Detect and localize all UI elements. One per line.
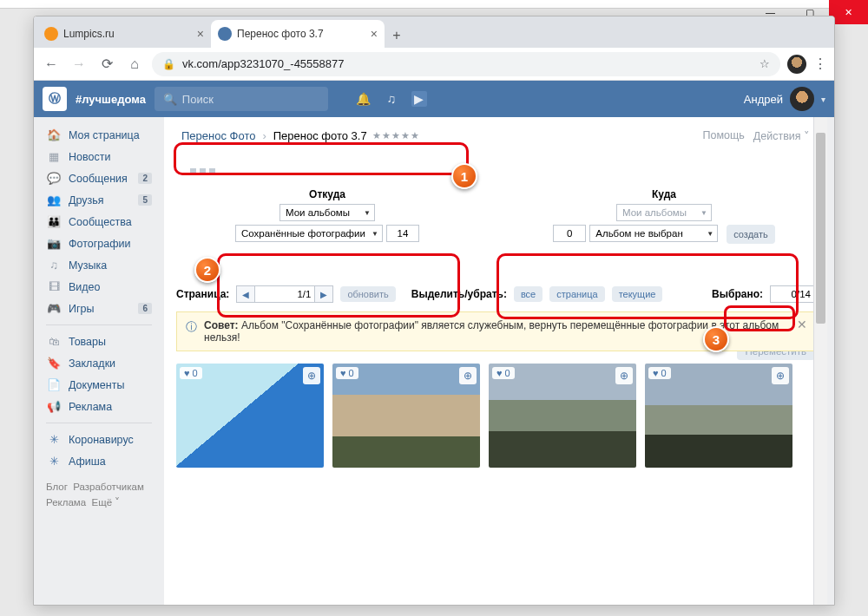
sidebar-item-mypage[interactable]: 🏠Моя страница [34,124,164,146]
rating-stars[interactable]: ★★★★★ [372,130,420,141]
status-badge: 6 [138,303,152,314]
breadcrumb-current: Перенос фото 3.7 [273,129,367,142]
help-link[interactable]: Помощь [702,129,744,142]
sidebar-item-label: Коронавирус [69,434,134,446]
vk-hashtag[interactable]: #лучшедома [76,93,146,106]
zoom-icon[interactable]: ⊕ [615,367,633,384]
footer-blog-link[interactable]: Блог [46,482,68,492]
url-field[interactable]: 🔒 vk.com/app3231070_-45558877 ☆ [152,52,780,76]
page-label: Страница: [176,288,229,300]
photo-thumb[interactable]: ♥0 ⊕ [176,364,324,468]
refresh-button[interactable]: обновить [340,286,395,302]
sidebar-item-news[interactable]: ▦Новости [34,146,164,167]
sidebar-item-corona[interactable]: ✳Коронавирус [34,429,164,450]
sidebar-item-games[interactable]: 🎮Игры6 [34,298,164,319]
zoom-icon[interactable]: ⊕ [303,367,320,384]
photo-grid: ♥0 ⊕ ♥0 ⊕ ♥0 ⊕ ♥0 ⊕ [164,355,827,476]
page-prev-icon[interactable]: ◀ [236,285,255,303]
photo-thumb[interactable]: ♥0 ⊕ [489,364,636,468]
photo-thumb[interactable]: ♥0 ⊕ [645,364,792,468]
selected-count: 0/14 [770,285,815,303]
select-page-button[interactable]: страница [549,286,604,302]
sidebar-item-groups[interactable]: 👪Сообщества [34,211,164,233]
separator [46,324,152,325]
sidebar-item-video[interactable]: 🎞Видео [34,276,164,298]
sidebar-item-friends[interactable]: 👥Друзья5 [34,189,164,211]
sidebar-item-docs[interactable]: 📄Документы [34,374,164,396]
photo-thumb[interactable]: ♥0 ⊕ [332,364,480,468]
select-current-button[interactable]: текущие [612,286,663,302]
sidebar-item-label: Документы [69,379,124,391]
sidebar-item-ads[interactable]: 📢Реклама [34,396,164,417]
actions-dropdown[interactable]: Действия ˅ [753,129,810,142]
annotation-badge-3: 3 [703,326,729,352]
sidebar-item-label: Сообщества [69,216,132,228]
sidebar-item-label: Друзья [69,194,104,206]
separator [46,423,152,423]
annotation-badge-1: 1 [451,163,477,189]
page-next-icon[interactable]: ▶ [314,285,333,303]
status-badge: 2 [138,173,152,184]
like-badge[interactable]: ♥0 [648,367,671,379]
dest-group-select[interactable]: Мои альбомы [616,204,712,221]
sidebar-item-label: Новости [69,151,110,163]
sidebar-item-label: Видео [69,281,101,293]
sidebar-item-label: Моя страница [69,129,140,141]
footer-devs-link[interactable]: Разработчикам [73,482,144,492]
dest-album-select[interactable]: Альбом не выбран [589,225,718,242]
info-icon: ⓘ [186,319,197,335]
vk-search-input[interactable]: 🔍 Поиск [155,87,328,111]
pager: ◀ 1/1 ▶ [236,285,333,303]
sidebar-item-bookmarks[interactable]: 🔖Закладки [34,352,164,374]
breadcrumb-root[interactable]: Перенос Фото [181,129,255,142]
like-badge[interactable]: ♥0 [336,367,358,379]
tab-title: Перенос фото 3.7 [237,28,324,40]
tab-perenos[interactable]: Перенос фото 3.7 × [211,20,385,48]
tab-close-icon[interactable]: × [197,27,204,41]
footer-ads-link[interactable]: Реклама [46,497,86,508]
source-group-select[interactable]: Мои альбомы [279,204,375,221]
afisha-icon: ✳ [46,455,62,468]
os-titlebar [0,0,868,9]
tab-lumpics[interactable]: Lumpics.ru × [37,20,211,48]
chevron-down-icon: ▾ [821,95,825,104]
ads-icon: 📢 [46,400,62,413]
video-icon: 🎞 [46,280,62,293]
music-icon[interactable]: ♫ [384,91,399,107]
create-button[interactable]: создать [727,225,774,244]
select-all-button[interactable]: все [514,286,542,302]
vk-body: 🏠Моя страница ▦Новости 💬Сообщения2 👥Друз… [34,117,834,605]
like-badge[interactable]: ♥0 [180,367,202,379]
nav-home-icon[interactable]: ⌂ [124,54,145,75]
new-tab-button[interactable]: + [385,23,409,48]
sidebar-item-afisha[interactable]: ✳Афиша [34,450,164,472]
page-field[interactable]: 1/1 [255,285,314,303]
games-icon: 🎮 [46,302,62,315]
sidebar-item-photos[interactable]: 📷Фотографии [34,233,164,254]
bell-icon[interactable]: 🔔 [356,91,372,107]
favicon [44,27,58,41]
scrollbar[interactable] [813,117,827,605]
tabstrip: Lumpics.ru × Перенос фото 3.7 × + [34,16,834,48]
vk-logo-icon[interactable]: Ⓦ [43,87,67,111]
nav-back-icon[interactable]: ← [41,54,62,75]
close-icon[interactable]: ✕ [797,318,807,331]
zoom-icon[interactable]: ⊕ [772,367,789,384]
sidebar-item-messages[interactable]: 💬Сообщения2 [34,167,164,189]
tab-close-icon[interactable]: × [371,27,378,41]
sidebar-item-label: Фотографии [69,238,130,250]
nav-forward-icon[interactable]: → [69,54,89,75]
vk-user-menu[interactable]: Андрей ▾ [744,87,825,111]
sidebar-item-music[interactable]: ♫Музыка [34,254,164,276]
like-badge[interactable]: ♥0 [492,367,515,379]
source-album-select[interactable]: Сохранённые фотографии [235,225,383,242]
bookmark-star-icon[interactable]: ☆ [760,57,770,70]
footer-more-link[interactable]: Ещё ˅ [92,497,121,508]
profile-avatar-icon[interactable] [787,55,806,74]
annotation-badge-2: 2 [194,257,220,283]
zoom-icon[interactable]: ⊕ [459,367,477,384]
play-icon[interactable]: ▶ [411,91,427,107]
browser-menu-icon[interactable]: ⋮ [813,56,827,72]
nav-reload-icon[interactable]: ⟳ [96,54,117,75]
sidebar-item-market[interactable]: 🛍Товары [34,331,164,352]
